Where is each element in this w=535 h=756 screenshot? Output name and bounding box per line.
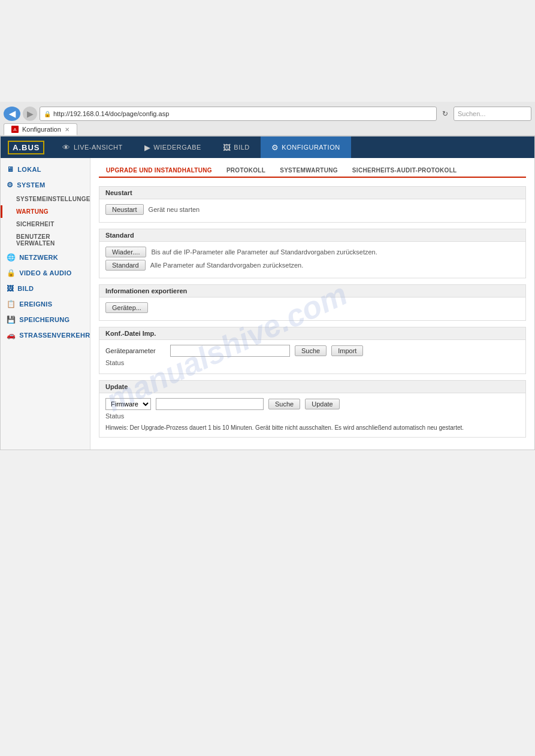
section-conf-import-body: Geräteparameter Suche Import Status [99, 340, 525, 374]
sidebar-label-lokal: LOKAL [17, 166, 41, 173]
logo: A.BUS [8, 141, 44, 154]
sidebar-item-bild[interactable]: 🖼 BILD [1, 281, 90, 296]
sidebar-label-bild: BILD [17, 285, 34, 292]
export-button[interactable]: Gerätep... [105, 302, 148, 313]
browser-chrome: ◀ ▶ 🔒 http://192.168.0.14/doc/page/confi… [0, 102, 535, 136]
forward-button[interactable]: ▶ [23, 107, 37, 121]
conf-import-field-label: Geräteparameter [105, 347, 165, 354]
section-update-header: Update [99, 381, 525, 393]
lokal-icon: 🖥 [7, 165, 14, 174]
nav-item-config[interactable]: ⚙ KONFIGURATION [261, 136, 351, 158]
update-button[interactable]: Update [305, 399, 339, 409]
wiader-button[interactable]: Wiader.... [105, 247, 146, 257]
section-info-export-header: Informationen exportieren [99, 285, 525, 297]
sidebar-item-systemeinstellungen[interactable]: SYSTEMEINSTELLUNGEN [1, 193, 90, 205]
conf-import-input[interactable] [170, 345, 290, 357]
nav-item-image[interactable]: 🖼 BILD [212, 136, 261, 158]
standard-button[interactable]: Standard [105, 260, 146, 271]
back-button[interactable]: ◀ [4, 107, 20, 121]
sidebar-item-netzwerk[interactable]: 🌐 NETZWERK [1, 250, 90, 265]
strassen-icon: 🚗 [7, 331, 16, 339]
video-icon: 🔒 [7, 269, 16, 277]
section-neustart-header: Neustart [99, 187, 525, 199]
sidebar-label-speicherung: SPEICHERUNG [19, 316, 69, 323]
main-layout: 🖥 LOKAL ⚙ SYSTEM SYSTEMEINSTELLUNGEN WAR… [1, 158, 534, 450]
app-container: A.BUS 👁 LIVE-ANSICHT ▶ WIEDERGABE 🖼 BILD… [0, 136, 535, 450]
sidebar-item-sicherheit[interactable]: SICHERHEIT [1, 218, 90, 230]
sidebar-label-system: SYSTEM [17, 181, 45, 189]
nav-item-playback[interactable]: ▶ WIEDERGABE [134, 136, 212, 158]
tab-close-button[interactable]: ✕ [65, 126, 69, 133]
tab-upgrade[interactable]: UPGRADE UND INSTANDHALTUNG [99, 164, 219, 178]
tab-protokoll-label: PROTOKOLL [226, 167, 265, 174]
tab-systemwartung[interactable]: SYSTEMWARTUNG [273, 164, 345, 177]
live-icon: 👁 [62, 143, 71, 152]
conf-status-label: Status [105, 359, 124, 366]
conf-status-row: Status [105, 359, 519, 366]
update-hint: Hinweis: Der Upgrade-Prozess dauert 1 bi… [105, 423, 519, 432]
conf-suche-button[interactable]: Suche [295, 345, 327, 356]
standard-row1: Wiader.... Bis auf die IP-Parameter alle… [105, 247, 519, 257]
standard-description: Alle Parameter auf Standardvorgaben zurü… [150, 262, 304, 269]
tab-favicon: A [11, 126, 19, 133]
update-suche-button[interactable]: Suche [268, 399, 300, 409]
sidebar-item-strassenverkehr[interactable]: 🚗 STRASSENVERKEHR [1, 327, 90, 343]
address-bar[interactable]: 🔒 http://192.168.0.14/doc/page/config.as… [40, 107, 437, 121]
logo-area: A.BUS [1, 138, 52, 157]
conf-import-button[interactable]: Import [331, 345, 363, 356]
sidebar-label-strassenverkehr: STRASSENVERKEHR [19, 332, 90, 339]
standard-row2: Standard Alle Parameter auf Standardvorg… [105, 260, 519, 271]
section-neustart-body: Neustart Gerät neu starten [99, 199, 525, 222]
update-status-row: Status [105, 412, 519, 420]
update-file-input[interactable] [156, 398, 264, 410]
info-export-row: Gerätep... [105, 302, 519, 313]
netzwerk-icon: 🌐 [7, 253, 16, 262]
address-icon: 🔒 [44, 111, 51, 117]
sidebar-item-video-audio[interactable]: 🔒 VIDEO & AUDIO [1, 265, 90, 281]
sidebar-item-wartung[interactable]: WARTUNG [1, 205, 90, 218]
neustart-row: Neustart Gerät neu starten [105, 204, 519, 215]
conf-import-row: Geräteparameter Suche Import [105, 345, 519, 357]
wiader-description: Bis auf die IP-Parameter alle Parameter … [151, 248, 377, 256]
sidebar-item-benutzer[interactable]: BENUTZER VERWALTEN [1, 230, 90, 250]
config-icon: ⚙ [271, 143, 279, 152]
section-standard-body: Wiader.... Bis auf die IP-Parameter alle… [99, 242, 525, 278]
section-update-body: Firmware Suche Update Status Hinweis: De… [99, 393, 525, 437]
sidebar-label-netzwerk: NETZWERK [19, 254, 58, 261]
sidebar: 🖥 LOKAL ⚙ SYSTEM SYSTEMEINSTELLUNGEN WAR… [1, 158, 90, 450]
sidebar-item-speicherung[interactable]: 💾 SPEICHERUNG [1, 312, 90, 327]
ereignis-icon: 📋 [7, 300, 16, 308]
sidebar-label-benutzer: BENUTZER VERWALTEN [16, 233, 55, 247]
section-info-export: Informationen exportieren Gerätep... [99, 284, 526, 321]
sidebar-item-lokal[interactable]: 🖥 LOKAL [1, 162, 90, 177]
refresh-button[interactable]: ↻ [439, 107, 451, 121]
neustart-button[interactable]: Neustart [105, 204, 144, 215]
search-placeholder: Suchen... [458, 110, 485, 117]
tab-audit[interactable]: SICHERHEITS-AUDIT-PROTOKOLL [345, 164, 464, 177]
sidebar-item-ereignis[interactable]: 📋 EREIGNIS [1, 296, 90, 312]
sidebar-item-system[interactable]: ⚙ SYSTEM [1, 177, 90, 193]
playback-icon: ▶ [144, 143, 151, 152]
tab-protokoll[interactable]: PROTOKOLL [219, 164, 273, 177]
browser-toolbar: ◀ ▶ 🔒 http://192.168.0.14/doc/page/confi… [4, 107, 531, 121]
search-box[interactable]: Suchen... [454, 107, 531, 121]
section-standard-header: Standard [99, 229, 525, 242]
image-icon: 🖼 [223, 143, 231, 152]
nav-label-config: KONFIGURATION [282, 144, 340, 151]
section-conf-import: Konf.-Datei Imp. Geräteparameter Suche I… [99, 327, 526, 374]
section-update: Update Firmware Suche Update Status [99, 380, 526, 438]
nav-item-live[interactable]: 👁 LIVE-ANSICHT [52, 136, 133, 158]
system-icon: ⚙ [7, 181, 13, 189]
sidebar-label-video-audio: VIDEO & AUDIO [19, 269, 71, 277]
sidebar-label-sicherheit: SICHERHEIT [16, 221, 55, 227]
tab-upgrade-label: UPGRADE UND INSTANDHALTUNG [106, 167, 212, 174]
tab-systemwartung-label: SYSTEMWARTUNG [280, 167, 338, 174]
update-type-select[interactable]: Firmware [105, 398, 151, 410]
update-row: Firmware Suche Update [105, 398, 519, 410]
speicherung-icon: 💾 [7, 315, 16, 324]
browser-tab-active[interactable]: A Konfiguration ✕ [4, 123, 77, 135]
section-neustart: Neustart Neustart Gerät neu starten [99, 186, 526, 223]
content-area: UPGRADE UND INSTANDHALTUNG PROTOKOLL SYS… [90, 158, 534, 450]
update-status-label: Status [105, 412, 124, 420]
nav-label-live: LIVE-ANSICHT [74, 144, 123, 151]
